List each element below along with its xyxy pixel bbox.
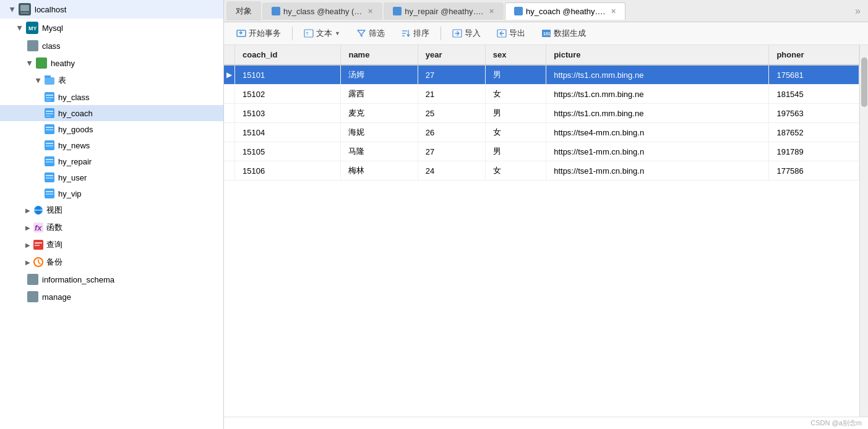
sidebar-item-queries[interactable]: ▶ 查询	[0, 236, 223, 253]
tab-overflow-btn[interactable]: »	[855, 6, 866, 17]
cell-name[interactable]: 汤姆	[341, 65, 418, 85]
sidebar-item-functions[interactable]: ▶ fx 函数	[0, 219, 223, 236]
tab-hy-coach-close[interactable]: ✕	[611, 7, 616, 15]
table-row[interactable]: ▶15101汤姆27男https://ts1.cn.mm.bing.ne1756…	[224, 65, 859, 85]
sidebar-item-localhost[interactable]: ▶ localhost	[0, 0, 223, 19]
hy-repair-table-icon	[45, 156, 54, 166]
sidebar-item-manage[interactable]: manage	[0, 288, 223, 305]
filter-button[interactable]: 筛选	[350, 25, 391, 41]
backups-label: 备份	[46, 257, 62, 268]
col-header-name[interactable]: name	[341, 45, 418, 65]
scrollbar[interactable]	[859, 45, 868, 417]
cell-year[interactable]: 26	[418, 123, 485, 142]
sidebar-item-hy_coach[interactable]: hy_coach	[0, 105, 223, 121]
sidebar-item-hy_vip[interactable]: hy_vip	[0, 185, 223, 202]
sidebar-item-information-schema[interactable]: information_schema	[0, 271, 223, 288]
tab-hy-coach-label: hy_coach @heathy….	[526, 7, 605, 16]
table-row[interactable]: 15102露西21女https://ts1.cn.mm.bing.ne18154…	[224, 85, 859, 104]
hy-goods-table-icon	[45, 124, 54, 134]
sort-button[interactable]: 排序	[395, 25, 436, 41]
chevron-functions: ▶	[25, 224, 30, 231]
table-row[interactable]: 15103麦克25男https://ts1.cn.mm.bing.ne19756…	[224, 104, 859, 123]
svg-rect-14	[46, 111, 53, 112]
cell-coach_id[interactable]: 15101	[235, 65, 341, 85]
cell-name[interactable]: 麦克	[341, 104, 418, 123]
cell-year[interactable]: 21	[418, 85, 485, 104]
sidebar-item-class-db[interactable]: class	[0, 37, 223, 54]
scrollbar-thumb[interactable]	[861, 57, 867, 107]
cell-coach_id[interactable]: 15106	[235, 161, 341, 181]
col-header-sex[interactable]: sex	[485, 45, 546, 65]
cell-phoner[interactable]: 177586	[769, 161, 859, 181]
cell-phoner[interactable]: 187652	[769, 123, 859, 142]
text-button[interactable]: T 文本 ▼	[298, 25, 346, 41]
cell-name[interactable]: 马隆	[341, 142, 418, 161]
cell-phoner[interactable]: 191789	[769, 142, 859, 161]
cell-coach_id[interactable]: 15105	[235, 142, 341, 161]
sidebar-item-backups[interactable]: ▶ 备份	[0, 253, 223, 271]
cell-sex[interactable]: 女	[485, 85, 546, 104]
cell-phoner[interactable]: 197563	[769, 104, 859, 123]
cell-picture[interactable]: https://ts1.cn.mm.bing.ne	[546, 85, 769, 104]
cell-picture[interactable]: https://ts1.cn.mm.bing.ne	[546, 65, 769, 85]
import-button[interactable]: 导入	[446, 25, 487, 41]
main-panel: 对象 hy_class @heathy (… ✕ hy_repair @heat…	[224, 0, 868, 429]
cell-sex[interactable]: 男	[485, 104, 546, 123]
cell-phoner[interactable]: 181545	[769, 85, 859, 104]
table-row[interactable]: 15105马隆27男https://tse1-mm.cn.bing.n19178…	[224, 142, 859, 161]
tab-hy-class-icon	[272, 7, 280, 15]
sidebar-item-heathy[interactable]: ▶ heathy	[0, 54, 223, 72]
col-header-phoner[interactable]: phoner	[769, 45, 859, 65]
svg-rect-22	[46, 145, 53, 147]
cell-name[interactable]: 梅林	[341, 161, 418, 181]
sidebar-item-hy_class[interactable]: hy_class	[0, 89, 223, 105]
svg-rect-10	[46, 95, 53, 96]
cell-coach_id[interactable]: 15102	[235, 85, 341, 104]
tab-hy-class-close[interactable]: ✕	[367, 7, 373, 15]
col-header-year[interactable]: year	[418, 45, 485, 65]
tab-hy-repair-close[interactable]: ✕	[489, 7, 494, 15]
cell-name[interactable]: 露西	[341, 85, 418, 104]
svg-rect-8	[45, 75, 51, 78]
sidebar-item-hy_repair[interactable]: hy_repair	[0, 153, 223, 169]
tab-hy-repair[interactable]: hy_repair @heathy…. ✕	[384, 2, 504, 20]
cell-picture[interactable]: https://tse1-mm.cn.bing.n	[546, 142, 769, 161]
svg-rect-39	[35, 245, 40, 246]
sidebar-item-mysql[interactable]: ▶ MY Mysql	[0, 19, 223, 37]
export-button[interactable]: 导出	[491, 25, 531, 41]
cell-year[interactable]: 25	[418, 104, 485, 123]
cell-sex[interactable]: 女	[485, 161, 546, 181]
data-generate-button[interactable]: 101 数据生成	[535, 25, 592, 41]
cell-name[interactable]: 海妮	[341, 123, 418, 142]
cell-year[interactable]: 24	[418, 161, 485, 181]
cell-sex[interactable]: 男	[485, 142, 546, 161]
col-header-coach-id[interactable]: coach_id	[235, 45, 341, 65]
tab-hy-coach[interactable]: hy_coach @heathy…. ✕	[505, 2, 625, 20]
begin-transaction-button[interactable]: 开始事务	[230, 25, 287, 41]
cell-coach_id[interactable]: 15103	[235, 104, 341, 123]
cell-picture[interactable]: https://ts1.cn.mm.bing.ne	[546, 104, 769, 123]
sidebar-item-views[interactable]: ▶ 视图	[0, 202, 223, 219]
heathy-label: heathy	[51, 59, 75, 68]
cell-picture[interactable]: https://tse1-mm.cn.bing.n	[546, 161, 769, 181]
cell-year[interactable]: 27	[418, 142, 485, 161]
col-header-picture[interactable]: picture	[546, 45, 769, 65]
table-row[interactable]: 15106梅林24女https://tse1-mm.cn.bing.n17758…	[224, 161, 859, 181]
cell-year[interactable]: 27	[418, 65, 485, 85]
svg-rect-38	[35, 242, 42, 244]
manage-label: manage	[42, 292, 71, 302]
tab-objects[interactable]: 对象	[226, 1, 261, 20]
cell-picture[interactable]: https://tse4-mm.cn.bing.n	[546, 123, 769, 142]
tab-hy-class[interactable]: hy_class @heathy (… ✕	[262, 2, 382, 20]
cell-phoner[interactable]: 175681	[769, 65, 859, 85]
table-row[interactable]: 15104海妮26女https://tse4-mm.cn.bing.n18765…	[224, 123, 859, 142]
sidebar-item-hy_goods[interactable]: hy_goods	[0, 121, 223, 137]
sidebar-item-hy_user[interactable]: hy_user	[0, 169, 223, 185]
sidebar-item-hy_news[interactable]: hy_news	[0, 137, 223, 153]
svg-rect-30	[46, 191, 53, 192]
cell-sex[interactable]: 男	[485, 65, 546, 85]
sidebar-item-tables-group[interactable]: ▶ 表	[0, 72, 223, 89]
cell-sex[interactable]: 女	[485, 123, 546, 142]
cell-coach_id[interactable]: 15104	[235, 123, 341, 142]
backups-icon	[33, 257, 43, 267]
